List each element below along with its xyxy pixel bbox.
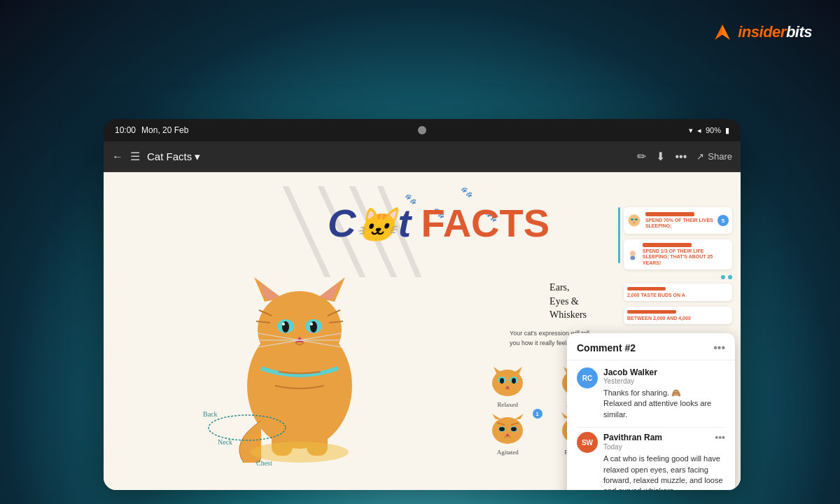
logo: insiderbits (710, 20, 812, 45)
expression-agitated: 1 Agitated (475, 412, 541, 456)
comment-1-text: Thanks for sharing. 🙈Relaxed and attenti… (603, 388, 725, 420)
svg-point-67 (628, 214, 640, 226)
svg-marker-34 (493, 367, 503, 374)
infographic: 🐾 🐾 🐾 🐾 C🐱t FACTS (104, 172, 741, 490)
download-button[interactable]: ⬇ (656, 150, 665, 163)
svg-point-49 (492, 417, 523, 444)
paw-print-3: 🐾 (461, 186, 472, 197)
svg-point-71 (630, 251, 636, 256)
fact3-text: 2,000 TASTE BUDS ON A (627, 293, 729, 298)
comment-1-info: Jacob Walker Yesterday Thanks for sharin… (603, 368, 725, 420)
comment-body: RC Jacob Walker Yesterday Thanks for sha… (567, 360, 735, 490)
comment-2-text: A cat who is feeling good will have rela… (603, 454, 725, 490)
signal-icon: ◂ (697, 126, 701, 135)
svg-point-7 (258, 291, 342, 368)
fact1-text: SPEND 70% OF THEIR LIVES SLEEPING; (645, 218, 713, 230)
fact1-badge: 5 (718, 215, 729, 226)
status-bar: 10:00 Mon, 20 Feb ▾ ◂ 90% ▮ (104, 119, 741, 141)
comment-more-button[interactable]: ••• (713, 342, 725, 354)
battery-icon: ▮ (725, 126, 729, 135)
comment-2-username: Pavithran Ram (603, 433, 662, 442)
comment-panel: Comment #2 ••• RC Jacob Walker Yesterday… (567, 333, 735, 490)
svg-marker-51 (514, 414, 524, 419)
share-icon: ↗ (696, 151, 704, 162)
fact-divider (618, 207, 620, 263)
comment-1-time: Yesterday (603, 377, 725, 385)
doc-title[interactable]: Cat Facts ▾ (147, 150, 200, 163)
title-facts: FACTS (421, 200, 550, 246)
expression-relaxed: Relaxed (475, 365, 541, 408)
comment-divider (577, 427, 725, 428)
comment-2: SW Pavithran Ram ••• Today A cat who is … (577, 432, 725, 490)
share-button[interactable]: ↗ Share (696, 151, 732, 162)
title-cat: C🐱t (328, 200, 411, 246)
infographic-title: C🐱t FACTS (328, 200, 550, 246)
svg-point-20 (282, 323, 285, 326)
avatar-2: SW (577, 432, 598, 453)
comment-1: RC Jacob Walker Yesterday Thanks for sha… (577, 368, 725, 420)
svg-point-21 (310, 323, 313, 326)
svg-point-57 (511, 427, 517, 431)
app-toolbar: ← ☰ Cat Facts ▾ ✏ ⬇ ••• ↗ Share (104, 141, 741, 172)
label-back: Back (203, 410, 218, 418)
logo-text: insiderbits (738, 23, 812, 41)
svg-point-68 (631, 218, 634, 220)
label-relaxed: Relaxed (475, 401, 541, 408)
fact4-text: BETWEEN 2,000 AND 4,000 (627, 316, 729, 321)
back-button[interactable]: ← (112, 150, 123, 163)
status-date: Mon, 20 Feb (141, 125, 188, 135)
comment-2-more[interactable]: ••• (715, 432, 725, 443)
dropdown-arrow: ▾ (195, 150, 200, 163)
fact-human-sleeping: SPEND 1/3 OF THEIR LIFE SLEEPING; THAT'S… (624, 239, 732, 270)
comment-header: Comment #2 ••• (567, 333, 735, 360)
svg-point-56 (499, 427, 505, 431)
status-time: 10:00 (115, 125, 136, 135)
svg-marker-1 (722, 24, 730, 40)
comment-2-time: Today (603, 443, 725, 451)
avatar-1: RC (577, 368, 598, 388)
logo-icon (710, 20, 735, 45)
svg-marker-50 (492, 414, 501, 419)
svg-point-39 (512, 378, 516, 384)
battery-text: 90% (706, 126, 721, 134)
menu-button[interactable]: ☰ (130, 150, 140, 163)
fact-sleeping-cats: SPEND 70% OF THEIR LIVES SLEEPING; 5 (624, 207, 732, 234)
share-label: Share (708, 151, 732, 162)
comment-title: Comment #2 (577, 342, 636, 354)
svg-point-38 (500, 378, 504, 384)
tablet-frame: 10:00 Mon, 20 Feb ▾ ◂ 90% ▮ ← ☰ Cat Fact… (104, 119, 741, 490)
ears-eyes-whiskers-label: Ears,Eyes &Whiskers (550, 281, 587, 322)
comment-2-info: Pavithran Ram ••• Today A cat who is fee… (603, 432, 725, 490)
svg-point-69 (635, 218, 638, 220)
doc-title-text: Cat Facts (147, 150, 192, 162)
content-area: 🐾 🐾 🐾 🐾 C🐱t FACTS (104, 172, 741, 490)
svg-marker-35 (513, 367, 522, 374)
label-chest: Chest (256, 459, 272, 467)
wifi-icon: ▾ (689, 126, 693, 135)
right-facts: SPEND 70% OF THEIR LIVES SLEEPING; 5 SPE… (624, 207, 732, 324)
fact2-text: SPEND 1/3 OF THEIR LIFE SLEEPING; THAT'S… (643, 248, 729, 266)
label-agitated: Agitated (475, 449, 541, 456)
svg-rect-72 (631, 255, 636, 260)
edit-button[interactable]: ✏ (637, 150, 646, 163)
fact-between: BETWEEN 2,000 AND 4,000 (624, 307, 732, 324)
fact-taste-buds: 2,000 TASTE BUDS ON A (624, 284, 732, 301)
dot-separator (624, 275, 732, 279)
cat-illustration (209, 246, 391, 463)
front-camera (418, 126, 426, 134)
comment-1-username: Jacob Walker (603, 368, 725, 377)
more-button[interactable]: ••• (675, 150, 687, 163)
label-neck: Neck (218, 438, 232, 446)
